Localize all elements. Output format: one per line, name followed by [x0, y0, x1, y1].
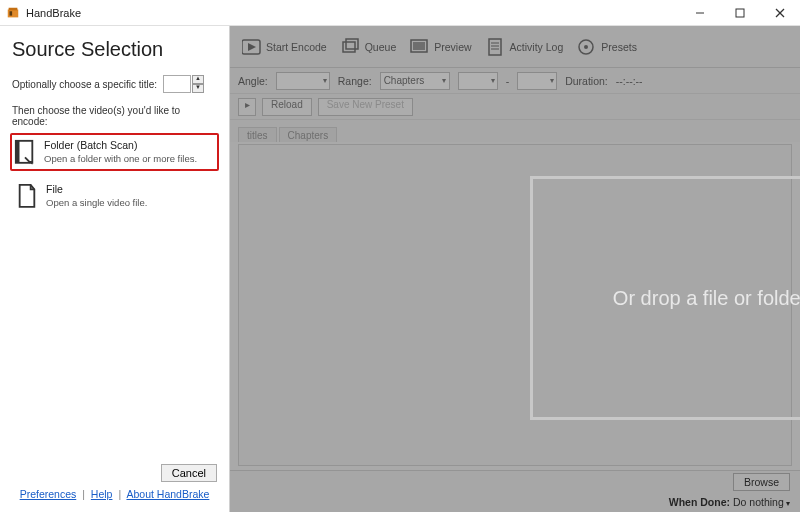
- reload-button[interactable]: Reload: [262, 98, 312, 116]
- about-link[interactable]: About HandBrake: [126, 488, 209, 500]
- start-encode-label: Start Encode: [266, 41, 327, 53]
- when-done-label: When Done:: [669, 496, 730, 508]
- panel-heading: Source Selection: [12, 38, 217, 61]
- duration-label: Duration:: [565, 75, 608, 87]
- svg-rect-2: [10, 11, 13, 15]
- presets-button[interactable]: Presets: [571, 34, 643, 60]
- toolbar: Start Encode Queue Preview Activity Log …: [230, 26, 800, 68]
- preview-label: Preview: [434, 41, 471, 53]
- queue-label: Queue: [365, 41, 397, 53]
- then-choose-label: Then choose the video(s) you'd like to e…: [12, 105, 217, 127]
- svg-rect-4: [736, 9, 744, 17]
- when-done-dropdown[interactable]: Do nothing: [733, 496, 790, 508]
- angle-combo[interactable]: ▾: [276, 72, 330, 90]
- preset-controls-row: ▸ Reload Save New Preset: [230, 94, 800, 120]
- range-combo[interactable]: Chapters▾: [380, 72, 450, 90]
- start-encode-button[interactable]: Start Encode: [236, 34, 333, 60]
- title-spin-down[interactable]: ▼: [192, 84, 204, 93]
- svg-rect-12: [343, 42, 355, 52]
- drop-zone-text: Or drop a file or folder here ...: [613, 287, 800, 310]
- cancel-button[interactable]: Cancel: [161, 464, 217, 482]
- svg-point-21: [584, 45, 588, 49]
- svg-rect-0: [8, 9, 19, 17]
- footer-links: Preferences | Help | About HandBrake: [12, 488, 217, 504]
- main-area: Start Encode Queue Preview Activity Log …: [230, 26, 800, 512]
- browse-button[interactable]: Browse: [733, 473, 790, 491]
- svg-rect-16: [489, 39, 501, 55]
- range-label: Range:: [338, 75, 372, 87]
- when-done: When Done: Do nothing: [669, 496, 790, 508]
- preferences-link[interactable]: Preferences: [20, 488, 77, 500]
- svg-rect-15: [413, 42, 425, 50]
- title-bar: HandBrake: [0, 0, 800, 26]
- range-value: Chapters: [384, 75, 425, 86]
- activity-log-label: Activity Log: [510, 41, 564, 53]
- tab-subtitles[interactable]: titles: [238, 127, 277, 142]
- bottom-bar: Browse When Done: Do nothing: [230, 470, 800, 512]
- tabs-row: titles Chapters: [230, 120, 800, 142]
- chapter-start-combo[interactable]: ▾: [458, 72, 498, 90]
- drop-zone[interactable]: Or drop a file or folder here ...: [530, 176, 800, 420]
- presets-icon: [577, 38, 597, 56]
- queue-button[interactable]: Queue: [335, 34, 403, 60]
- preview-button[interactable]: Preview: [404, 34, 477, 60]
- log-icon: [486, 38, 506, 56]
- chapter-end-combo[interactable]: ▾: [517, 72, 557, 90]
- preset-play-button[interactable]: ▸: [238, 98, 256, 116]
- window-controls: [680, 0, 800, 26]
- help-link[interactable]: Help: [91, 488, 113, 500]
- choose-title-label: Optionally choose a specific title:: [12, 79, 157, 90]
- svg-marker-11: [248, 43, 256, 51]
- folder-icon: [14, 139, 36, 165]
- title-controls-row: Angle: ▾ Range: Chapters▾ ▾ - ▾ Duration…: [230, 68, 800, 94]
- duration-value: --:--:--: [616, 75, 643, 87]
- close-button[interactable]: [760, 0, 800, 26]
- save-new-preset-button[interactable]: Save New Preset: [318, 98, 413, 116]
- play-icon: [242, 38, 262, 56]
- window-title: HandBrake: [26, 7, 680, 19]
- svg-rect-8: [16, 141, 20, 163]
- source-selection-panel: Source Selection Optionally choose a spe…: [0, 26, 230, 512]
- tab-chapters[interactable]: Chapters: [279, 127, 338, 142]
- maximize-button[interactable]: [720, 0, 760, 26]
- folder-option-title: Folder (Batch Scan): [44, 139, 197, 152]
- title-spin-up[interactable]: ▲: [192, 75, 204, 84]
- file-option-desc: Open a single video file.: [46, 196, 147, 209]
- angle-label: Angle:: [238, 75, 268, 87]
- app-icon: [6, 6, 20, 20]
- folder-batch-scan-option[interactable]: Folder (Batch Scan) Open a folder with o…: [10, 133, 219, 171]
- queue-icon: [341, 38, 361, 56]
- file-option[interactable]: File Open a single video file.: [12, 177, 217, 215]
- file-option-title: File: [46, 183, 147, 196]
- svg-rect-1: [9, 7, 18, 10]
- presets-label: Presets: [601, 41, 637, 53]
- svg-rect-13: [346, 39, 358, 49]
- preview-icon: [410, 38, 430, 56]
- folder-option-desc: Open a folder with one or more files.: [44, 152, 197, 165]
- file-icon: [16, 183, 38, 209]
- minimize-button[interactable]: [680, 0, 720, 26]
- title-number-input[interactable]: [163, 75, 191, 93]
- activity-log-button[interactable]: Activity Log: [480, 34, 570, 60]
